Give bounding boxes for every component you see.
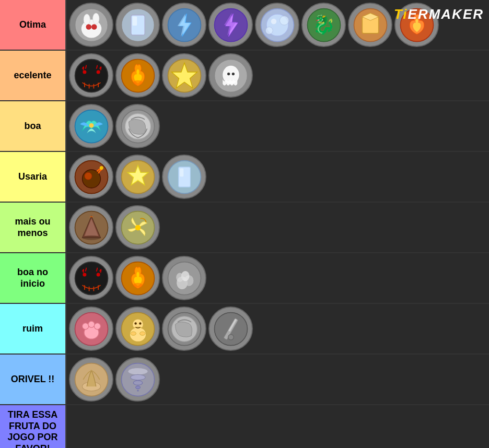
svg-point-3 <box>92 13 99 24</box>
svg-point-63 <box>75 262 108 294</box>
item-bomb-fruit[interactable] <box>69 155 113 199</box>
svg-point-62 <box>135 225 141 230</box>
svg-point-64 <box>83 273 86 276</box>
tier-label-ecelente: ecelente <box>0 51 65 100</box>
tier-row-boa: boa <box>0 101 489 152</box>
svg-point-71 <box>133 282 143 287</box>
svg-point-48 <box>82 170 100 188</box>
svg-point-87 <box>131 332 136 335</box>
item-ice-fruit[interactable] <box>162 155 206 199</box>
item-bubble[interactable] <box>255 3 299 47</box>
item-dragon-fruit[interactable]: 🐉 <box>301 3 346 47</box>
tier-label-tira: TIRA ESSA FRUTA DO JOGO POR FAVOR! <box>0 405 65 448</box>
svg-point-81 <box>94 323 100 329</box>
svg-point-30 <box>96 70 100 74</box>
svg-point-49 <box>84 172 91 180</box>
item-tornado[interactable] <box>115 357 160 402</box>
svg-point-80 <box>88 321 94 327</box>
tier-items-orivel <box>65 355 489 404</box>
tier-row-ruim: ruim <box>0 304 489 355</box>
tier-row-ecelente: ecelente <box>0 51 489 101</box>
tier-label-otima: Otima <box>0 0 65 50</box>
item-phoenix[interactable] <box>69 104 113 148</box>
tier-label-boanoinicio: boa no inicio <box>0 253 65 303</box>
tier-label-orivel: ORIVEL !! <box>0 355 65 404</box>
tier-items-boanoinicio <box>65 253 489 303</box>
tier-items-maisoumenos <box>65 203 489 252</box>
svg-point-79 <box>82 323 88 329</box>
item-sand[interactable] <box>69 357 113 402</box>
svg-point-17 <box>271 18 276 24</box>
tier-row-maisoumenos: mais ou menos <box>0 203 489 253</box>
svg-point-19 <box>265 27 273 34</box>
svg-point-5 <box>91 24 97 30</box>
svg-point-65 <box>96 273 100 276</box>
tier-row-usaria: Usaria <box>0 152 489 203</box>
svg-point-94 <box>228 334 234 340</box>
brand-logo: TiERMAKER <box>394 6 484 22</box>
tier-items-boa <box>65 101 489 151</box>
svg-point-50 <box>99 166 103 170</box>
svg-point-44 <box>89 123 94 127</box>
svg-point-2 <box>84 14 90 25</box>
item-star2[interactable] <box>115 155 160 199</box>
item-mirror[interactable] <box>115 3 160 47</box>
svg-point-101 <box>135 386 140 388</box>
svg-point-76 <box>176 273 183 282</box>
item-paw[interactable] <box>69 306 113 351</box>
tier-items-usaria <box>65 152 489 202</box>
svg-rect-8 <box>132 16 137 26</box>
item-star-fruit[interactable] <box>162 53 206 98</box>
item-fire2[interactable] <box>115 256 160 300</box>
svg-point-29 <box>83 70 86 74</box>
svg-point-41 <box>227 72 230 75</box>
svg-point-42 <box>231 72 234 75</box>
item-smoke[interactable] <box>162 256 206 300</box>
item-volcano[interactable] <box>69 205 113 250</box>
item-dark2[interactable] <box>69 256 113 300</box>
svg-rect-56 <box>180 168 183 176</box>
tier-label-ruim: ruim <box>0 304 65 353</box>
tier-label-maisoumenos: mais ou menos <box>0 203 65 252</box>
svg-text:🐉: 🐉 <box>312 13 335 35</box>
tier-row-orivel: ORIVEL !! <box>0 355 489 405</box>
item-ball2[interactable] <box>162 306 206 351</box>
item-ghost-fruit[interactable] <box>208 53 253 98</box>
svg-point-99 <box>131 374 145 380</box>
item-blade[interactable] <box>208 306 253 351</box>
tier-items-ruim <box>65 304 489 353</box>
tier-label-boa: boa <box>0 101 65 151</box>
item-fire-fruit[interactable] <box>115 53 160 98</box>
item-bunny-glove[interactable] <box>69 3 113 47</box>
svg-point-36 <box>133 80 143 85</box>
tier-row-tira: TIRA ESSA FRUTA DO JOGO POR FAVOR! <box>0 405 489 448</box>
svg-point-18 <box>280 16 289 25</box>
svg-point-4 <box>86 24 91 30</box>
tier-list: Otima 🐉 <box>0 0 489 448</box>
svg-point-88 <box>139 332 145 335</box>
tier-items-ecelente <box>65 51 489 100</box>
item-ball-fruit[interactable] <box>115 104 160 148</box>
svg-point-28 <box>75 59 108 92</box>
item-dark-fruit[interactable] <box>69 53 113 98</box>
item-cube[interactable] <box>348 3 392 47</box>
item-lightning[interactable] <box>162 3 206 47</box>
svg-point-85 <box>134 322 136 324</box>
svg-point-102 <box>137 390 139 392</box>
item-buddha[interactable] <box>115 306 160 351</box>
svg-point-60 <box>82 235 100 240</box>
tier-items-tira <box>65 405 489 448</box>
tier-row-boanoinicio: boa no inicio <box>0 253 489 304</box>
svg-point-86 <box>139 322 141 324</box>
item-dark-lightning[interactable] <box>208 3 253 47</box>
svg-point-98 <box>127 368 148 375</box>
item-wind-flower[interactable] <box>115 205 160 250</box>
svg-point-100 <box>133 380 143 385</box>
tier-label-usaria: Usaria <box>0 152 65 202</box>
